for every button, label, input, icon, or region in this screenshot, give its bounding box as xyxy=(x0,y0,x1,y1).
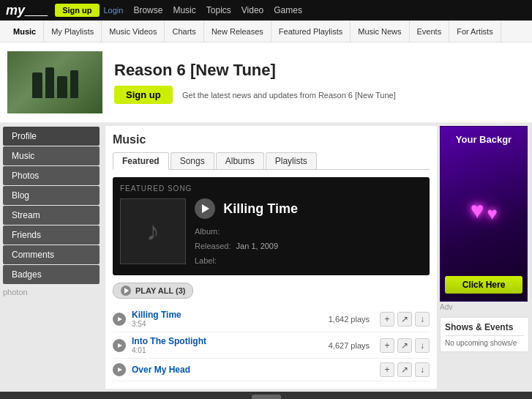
secnav-releases[interactable]: New Releases xyxy=(204,20,271,42)
tab-albums[interactable]: Albums xyxy=(216,152,264,169)
song-plays-0: 1,642 plays xyxy=(329,315,370,324)
signup-artist-button[interactable]: Sign up xyxy=(114,86,173,104)
bottom-scrollbar[interactable] xyxy=(0,392,532,399)
song-duration-0: 3:54 xyxy=(132,320,323,328)
sidebar-item-friends[interactable]: Friends xyxy=(3,225,100,245)
sidebar-item-stream[interactable]: Stream xyxy=(3,206,100,225)
ad-title: Your Backgr xyxy=(456,131,512,145)
main-content: Profile Music Photos Blog Stream Friends… xyxy=(0,123,532,392)
signup-description: Get the latest news and updates from Rea… xyxy=(182,91,396,100)
add-button-2[interactable]: + xyxy=(380,362,394,377)
song-name-1[interactable]: Into The Spotlight xyxy=(132,336,323,346)
nav-browse[interactable]: Browse xyxy=(133,5,162,15)
sidebar-item-badges[interactable]: Badges xyxy=(3,265,100,284)
secnav-charts[interactable]: Charts xyxy=(165,20,203,42)
sidebar-item-blog[interactable]: Blog xyxy=(3,186,100,205)
heart-decoration: ♥ ♥ xyxy=(470,197,497,224)
sidebar-item-photos[interactable]: Photos xyxy=(3,166,100,185)
album-label: Album: xyxy=(195,227,220,236)
signup-button-top[interactable]: Sign up xyxy=(55,4,99,17)
music-tabs: Featured Songs Albums Playlists xyxy=(113,152,430,170)
song-plays-1: 4,627 plays xyxy=(329,341,370,350)
share-button-0[interactable]: ↗ xyxy=(397,312,412,327)
album-art: ♪ xyxy=(120,198,186,264)
scrollbar-thumb[interactable] xyxy=(252,395,281,399)
tab-playlists[interactable]: Playlists xyxy=(266,152,317,169)
nav-games[interactable]: Games xyxy=(274,5,302,15)
secnav-videos[interactable]: Music Videos xyxy=(102,20,165,42)
secondary-navigation: Music My Playlists Music Videos Charts N… xyxy=(0,20,532,42)
adv-label: Adv xyxy=(440,302,529,313)
share-button-1[interactable]: ↗ xyxy=(397,338,412,353)
nav-music[interactable]: Music xyxy=(173,5,195,15)
no-shows-text: No upcoming shows/e xyxy=(445,339,524,347)
play-button-featured[interactable] xyxy=(195,198,215,219)
table-row: Killing Time 3:54 1,642 plays + ↗ ↓ xyxy=(113,306,430,332)
login-button[interactable]: Login xyxy=(104,6,124,15)
add-button-1[interactable]: + xyxy=(380,338,394,353)
song-actions-0: + ↗ ↓ xyxy=(380,312,430,327)
play-button-song-1[interactable] xyxy=(113,339,126,352)
profile-header: Reason 6 [New Tune] Sign up Get the late… xyxy=(0,42,532,123)
shows-events-panel: Shows & Events No upcoming shows/e xyxy=(440,317,529,352)
music-section-title: Music xyxy=(113,133,430,146)
secnav-artists[interactable]: For Artists xyxy=(449,20,501,42)
sidebar-item-comments[interactable]: Comments xyxy=(3,245,100,264)
table-row: Over My Head + ↗ ↓ xyxy=(113,359,430,381)
play-icon xyxy=(202,204,209,213)
play-icon xyxy=(118,317,122,321)
play-all-label: PLAY ALL (3) xyxy=(135,286,185,295)
featured-song-title: Killing Time xyxy=(223,201,298,216)
share-button-2[interactable]: ↗ xyxy=(397,362,412,377)
sidebar: Profile Music Photos Blog Stream Friends… xyxy=(0,123,102,392)
featured-song-box: FEATURED SONG ♪ Killing Time Album: xyxy=(113,177,430,275)
play-button-song-2[interactable] xyxy=(113,363,126,376)
heart-icon-left: ♥ xyxy=(470,197,484,224)
song-meta: Album: Released: Jan 1, 2009 Label: xyxy=(195,225,422,268)
artist-name: Reason 6 [New Tune] xyxy=(114,61,525,80)
released-value: Jan 1, 2009 xyxy=(236,242,279,250)
featured-label: FEATURED SONG xyxy=(120,184,422,193)
play-icon xyxy=(118,368,122,372)
secnav-playlists[interactable]: My Playlists xyxy=(44,20,102,42)
tab-songs[interactable]: Songs xyxy=(171,152,214,169)
play-all-icon xyxy=(121,286,131,296)
play-icon xyxy=(118,343,122,348)
music-note-icon: ♪ xyxy=(146,216,160,247)
click-here-button[interactable]: Click Here xyxy=(445,276,522,294)
song-name-2[interactable]: Over My Head xyxy=(132,365,364,375)
top-navigation: my____ Sign up Login Browse Music Topics… xyxy=(0,0,532,20)
sidebar-item-music[interactable]: Music xyxy=(3,146,100,165)
download-button-1[interactable]: ↓ xyxy=(415,338,430,353)
song-info-0: Killing Time 3:54 xyxy=(132,310,323,328)
released-label: Released: xyxy=(195,242,231,250)
download-button-0[interactable]: ↓ xyxy=(415,312,430,327)
advertisement-box: Your Backgr ♥ ♥ Click Here xyxy=(440,126,528,302)
secnav-news[interactable]: Music News xyxy=(351,20,409,42)
secnav-featured[interactable]: Featured Playlists xyxy=(271,20,351,42)
song-info-1: Into The Spotlight 4:01 xyxy=(132,336,323,354)
nav-video[interactable]: Video xyxy=(241,5,263,15)
shows-events-title: Shows & Events xyxy=(445,322,524,336)
tab-featured[interactable]: Featured xyxy=(113,152,169,170)
download-button-2[interactable]: ↓ xyxy=(415,362,430,377)
right-sidebar: Your Backgr ♥ ♥ Click Here Adv Shows & E… xyxy=(437,123,532,392)
add-button-0[interactable]: + xyxy=(380,312,394,327)
play-button-song-0[interactable] xyxy=(113,313,126,326)
sidebar-item-profile[interactable]: Profile xyxy=(3,127,100,146)
song-list: Killing Time 3:54 1,642 plays + ↗ ↓ Into… xyxy=(113,306,430,381)
song-details: Killing Time Album: Released: Jan 1, 200… xyxy=(195,198,422,268)
secnav-music[interactable]: Music xyxy=(6,20,44,42)
song-name-0[interactable]: Killing Time xyxy=(132,310,323,320)
secnav-events[interactable]: Events xyxy=(410,20,450,42)
photon-label: photon xyxy=(0,285,102,297)
profile-photo xyxy=(7,51,102,113)
label-label: Label: xyxy=(195,256,217,265)
top-nav-links: Browse Music Topics Video Games xyxy=(133,5,302,15)
play-all-triangle xyxy=(124,288,129,294)
song-actions-2: + ↗ ↓ xyxy=(380,362,430,377)
content-area: Music Featured Songs Albums Playlists FE… xyxy=(105,126,437,389)
nav-topics[interactable]: Topics xyxy=(206,5,231,15)
play-all-button[interactable]: PLAY ALL (3) xyxy=(113,283,193,299)
site-logo: my____ xyxy=(6,3,48,18)
